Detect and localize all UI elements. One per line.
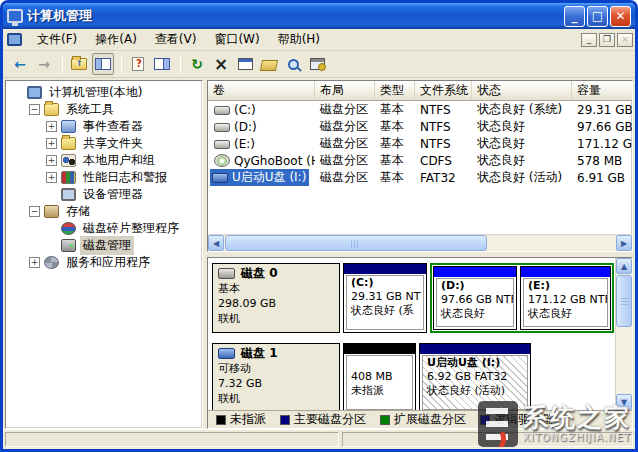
sidebar-item-本地用户和组[interactable]: +本地用户和组 (8, 152, 202, 169)
partition-cell[interactable]: 408 MB未指派 (343, 343, 416, 410)
menu-help[interactable]: 帮助(H) (269, 30, 329, 48)
scroll-left-button[interactable]: ◀ (208, 235, 224, 251)
menu-view[interactable]: 查看(V) (146, 30, 206, 48)
status-bar-panel (5, 432, 339, 447)
volume-name-cell[interactable]: QyGhoBoot (H:) (208, 154, 315, 168)
find-button[interactable] (282, 53, 304, 75)
disk-name: 磁盘 1 (218, 346, 334, 361)
sidebar-item-磁盘管理[interactable]: 磁盘管理 (8, 237, 202, 254)
up-folder-button[interactable]: ↑ (68, 53, 90, 75)
volume-name-cell[interactable]: (E:) (208, 137, 315, 151)
disk-info-line: 可移动 (218, 361, 334, 376)
tree-expander[interactable]: + (46, 172, 57, 183)
column-header-类型[interactable]: 类型 (375, 81, 415, 101)
disk-icon (218, 268, 235, 279)
column-header-卷[interactable]: 卷 (208, 81, 315, 101)
tree-expander[interactable]: + (29, 257, 40, 268)
help-doc-button[interactable] (127, 53, 149, 75)
partition-name: (D:) (441, 279, 509, 293)
open-folder-button[interactable] (258, 53, 280, 75)
volume-row[interactable]: (D:)磁盘分区基本NTFS状态良好97.66 GB (208, 118, 632, 135)
sidebar-item-磁盘碎片整理程序[interactable]: 磁盘碎片整理程序 (8, 220, 202, 237)
properties-button[interactable] (234, 53, 256, 75)
volume-row[interactable]: QyGhoBoot (H:)磁盘分区基本CDFS状态良好578 MB (208, 152, 632, 169)
partition-cell[interactable]: (C:)29.31 GB NT状态良好 (系 (343, 263, 427, 333)
sidebar-item-事件查看器[interactable]: +事件查看器 (8, 118, 202, 135)
tree-expander[interactable]: − (29, 104, 40, 115)
sidebar-item-设备管理器[interactable]: 设备管理器 (8, 186, 202, 203)
mdi-restore-button[interactable]: ❐ (599, 33, 615, 47)
volume-fs-cell: CDFS (415, 154, 472, 168)
legend-item: 未指派 (216, 411, 266, 428)
menu-items: 文件(F)操作(A)查看(V)窗口(W)帮助(H) (28, 31, 329, 48)
mdi-system-icon[interactable] (7, 33, 22, 46)
column-header-布局[interactable]: 布局 (315, 81, 375, 101)
column-header-状态[interactable]: 状态 (472, 81, 572, 101)
back-button[interactable]: ← (9, 53, 31, 75)
tree-expander[interactable]: + (46, 155, 57, 166)
partition-cell[interactable]: U启动U盘 (I:)6.92 GB FAT32状态良好 (活动) (419, 343, 531, 410)
disk-header[interactable]: 磁盘 0基本298.09 GB联机 (212, 263, 340, 333)
console-options-button[interactable] (306, 53, 328, 75)
minimize-button[interactable]: _ (564, 6, 585, 27)
column-header-容量[interactable]: 容量 (572, 81, 633, 101)
sidebar-item-计算机管理(本地)[interactable]: 计算机管理(本地) (8, 84, 202, 101)
disk-header[interactable]: 磁盘 1可移动7.32 GB联机 (212, 343, 340, 410)
partition-status: 状态良好 (441, 307, 509, 321)
vertical-scroll-track[interactable] (616, 327, 632, 394)
mdi-window-buttons: _ ❐ × (579, 33, 633, 47)
delete-button[interactable]: × (210, 53, 232, 75)
titlebar[interactable]: 计算机管理 _ □ ✕ (3, 3, 635, 29)
horizontal-scroll-track[interactable] (487, 235, 616, 251)
delete-icon: × (214, 56, 228, 73)
forward-button[interactable]: → (33, 53, 55, 75)
usb-icon (212, 173, 228, 183)
horizontal-scroll-thumb[interactable] (225, 235, 487, 251)
vertical-scrollbar[interactable]: ▲ ▼ (615, 258, 632, 410)
legend-label: 逻辑驱动器 (494, 411, 554, 428)
volume-capacity-cell: 578 MB (572, 154, 632, 168)
menu-file[interactable]: 文件(F) (28, 30, 86, 48)
toolbar-separator (180, 55, 181, 73)
volume: (D:) (210, 120, 259, 134)
scroll-right-button[interactable]: ▶ (616, 235, 632, 251)
usb-icon (218, 348, 235, 359)
horizontal-scrollbar[interactable]: ◀ ▶ (208, 234, 632, 251)
volume-row[interactable]: U启动U盘 (I:)磁盘分区基本FAT32状态良好 (活动)6.91 GB (208, 169, 632, 186)
volume-row[interactable]: (C:)磁盘分区基本NTFS状态良好 (系统)29.31 GB (208, 101, 632, 118)
volume-row[interactable]: (E:)磁盘分区基本NTFS状态良好171.12 GB (208, 135, 632, 152)
volume-capacity-cell: 171.12 GB (572, 137, 632, 151)
partition-cell[interactable]: (E:)171.12 GB NTF状态良好 (520, 266, 611, 330)
status-bar-panel (342, 432, 633, 447)
show-console-tree-button[interactable] (92, 53, 114, 75)
volume: (C:) (210, 103, 258, 117)
menu-action[interactable]: 操作(A) (86, 30, 146, 48)
volume-name-cell[interactable]: U启动U盘 (I:) (208, 169, 315, 186)
tree-expander[interactable]: + (46, 138, 57, 149)
volume-name-cell[interactable]: (C:) (208, 103, 315, 117)
tree-expander[interactable]: + (46, 121, 57, 132)
volume-name-cell[interactable]: (D:) (208, 120, 315, 134)
scroll-up-button[interactable]: ▲ (616, 258, 632, 274)
column-header-文件系统[interactable]: 文件系统 (415, 81, 472, 101)
volume-layout-cell: 磁盘分区 (315, 152, 375, 169)
sidebar-item-性能日志和警报[interactable]: +性能日志和警报 (8, 169, 202, 186)
scroll-down-button[interactable]: ▼ (616, 394, 632, 410)
sidebar-item-共享文件夹[interactable]: +共享文件夹 (8, 135, 202, 152)
mdi-close-button[interactable]: × (617, 33, 633, 47)
sidebar-item-服务和应用程序[interactable]: +服务和应用程序 (8, 254, 202, 271)
refresh-button[interactable]: ↻ (186, 53, 208, 75)
sidebar-item-存储[interactable]: −存储 (8, 203, 202, 220)
sidebar-item-系统工具[interactable]: −系统工具 (8, 101, 202, 118)
mdi-minimize-button[interactable]: _ (581, 33, 597, 47)
drive-icon (214, 106, 230, 115)
maximize-button[interactable]: □ (587, 6, 608, 27)
menu-window[interactable]: 窗口(W) (205, 30, 268, 48)
tree-expander[interactable]: − (29, 206, 40, 217)
partition-label: 408 MB未指派 (346, 355, 413, 410)
users-icon (61, 154, 76, 167)
vertical-scroll-thumb[interactable] (616, 275, 632, 327)
partition-cell[interactable]: (D:)97.66 GB NTF状态良好 (433, 266, 517, 330)
close-button[interactable]: ✕ (610, 6, 631, 27)
show-detail-pane-button[interactable] (151, 53, 173, 75)
